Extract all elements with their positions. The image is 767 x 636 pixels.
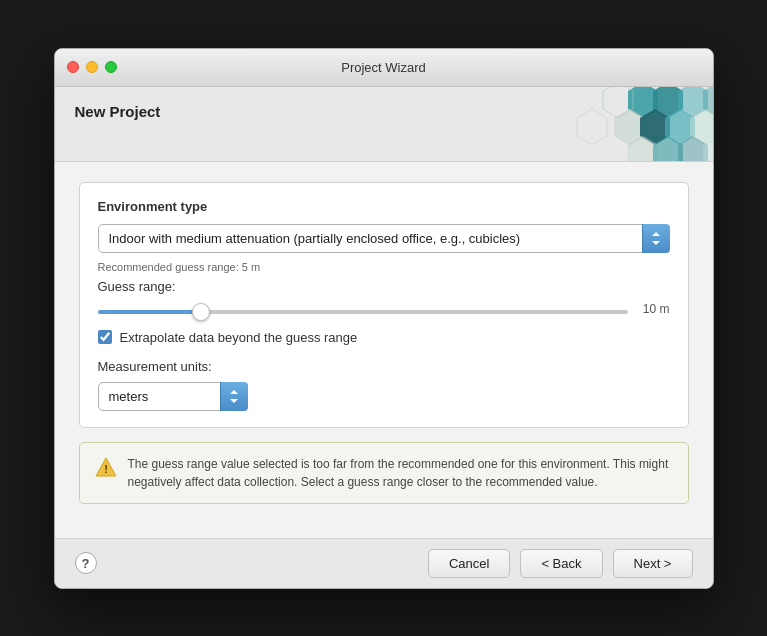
header-area: New Project bbox=[55, 87, 713, 162]
page-title: New Project bbox=[75, 103, 161, 120]
minimize-button[interactable] bbox=[86, 61, 98, 73]
titlebar: Project Wizard bbox=[55, 49, 713, 87]
warning-box: ! The guess range value selected is too … bbox=[79, 442, 689, 504]
environment-section: Environment type Indoor with medium atte… bbox=[79, 182, 689, 428]
environment-type-dropdown-wrapper[interactable]: Indoor with medium attenuation (partiall… bbox=[98, 224, 670, 253]
footer: ? Cancel < Back Next > bbox=[55, 538, 713, 588]
hex-decoration bbox=[503, 87, 713, 162]
guess-range-slider[interactable] bbox=[98, 310, 628, 314]
guess-range-row: 10 m bbox=[98, 300, 670, 318]
extrapolate-row: Extrapolate data beyond the guess range bbox=[98, 330, 670, 345]
project-wizard-window: Project Wizard New Project bbox=[54, 48, 714, 589]
extrapolate-checkbox[interactable] bbox=[98, 330, 112, 344]
measurement-units-label: Measurement units: bbox=[98, 359, 670, 374]
extrapolate-label: Extrapolate data beyond the guess range bbox=[120, 330, 358, 345]
units-dropdown-wrapper[interactable]: metersfeet bbox=[98, 382, 248, 411]
warning-icon: ! bbox=[94, 456, 118, 480]
back-button[interactable]: < Back bbox=[520, 549, 602, 578]
svg-text:!: ! bbox=[104, 463, 108, 475]
maximize-button[interactable] bbox=[105, 61, 117, 73]
units-section: Measurement units: metersfeet bbox=[98, 359, 670, 411]
close-button[interactable] bbox=[67, 61, 79, 73]
help-button[interactable]: ? bbox=[75, 552, 97, 574]
svg-marker-13 bbox=[577, 109, 607, 145]
traffic-lights bbox=[67, 61, 117, 73]
measurement-units-select[interactable]: metersfeet bbox=[98, 382, 248, 411]
next-button[interactable]: Next > bbox=[613, 549, 693, 578]
environment-type-select[interactable]: Indoor with medium attenuation (partiall… bbox=[98, 224, 670, 253]
guess-range-label: Guess range: bbox=[98, 279, 670, 294]
warning-text: The guess range value selected is too fa… bbox=[128, 455, 674, 491]
main-content: Environment type Indoor with medium atte… bbox=[55, 162, 713, 538]
guess-range-value: 10 m bbox=[638, 302, 670, 316]
window-title: Project Wizard bbox=[341, 60, 426, 75]
recommended-range-text: Recommended guess range: 5 m bbox=[98, 261, 670, 273]
cancel-button[interactable]: Cancel bbox=[428, 549, 510, 578]
slider-container bbox=[98, 300, 628, 318]
environment-type-label: Environment type bbox=[98, 199, 670, 214]
